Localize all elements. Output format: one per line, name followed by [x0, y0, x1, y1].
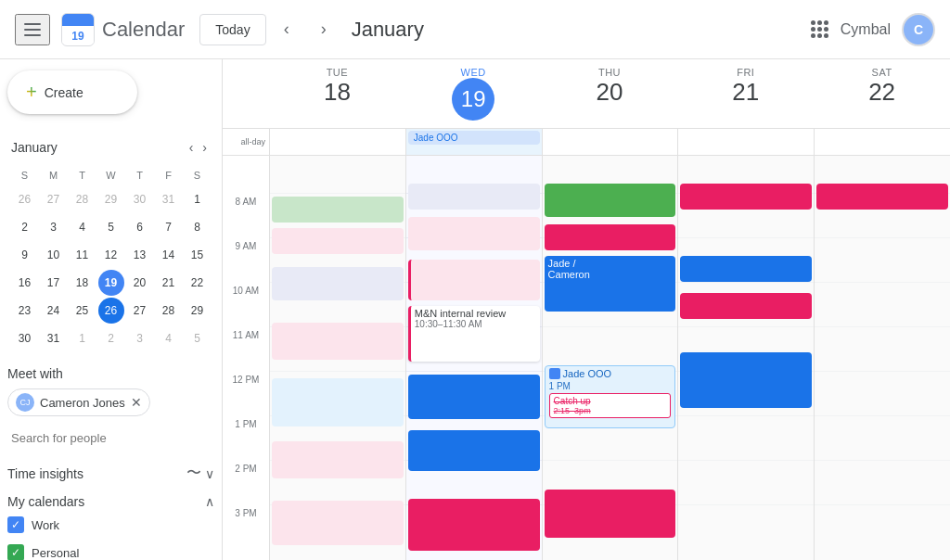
event-wed-1[interactable] [408, 184, 540, 210]
event-thu-jade-ooo[interactable]: Jade OOO 1 PM Catch up 2:15–3pm [545, 365, 676, 428]
mini-cal-day[interactable]: 4 [70, 214, 96, 240]
collapse-icon[interactable]: ∧ [205, 494, 214, 509]
event-wed-5[interactable] [408, 430, 540, 471]
mini-cal-day[interactable]: 1 [70, 325, 96, 351]
mini-cal-grid: S M T W T F S 26 27 28 29 30 31 1 2 3 4 … [11, 166, 211, 351]
mini-cal-day[interactable]: 25 [70, 298, 96, 324]
event-fri-1[interactable] [680, 184, 812, 210]
event-thu-3[interactable] [545, 490, 676, 538]
meet-with-section: Meet with CJ Cameron Jones ✕ [7, 366, 214, 452]
my-calendars-title: My calendars [7, 494, 84, 509]
mini-cal-day[interactable]: 29 [185, 298, 211, 324]
mini-cal-day[interactable]: 2 [98, 325, 124, 351]
mini-cal-day[interactable]: 17 [41, 270, 67, 296]
mini-cal-next-button[interactable]: › [199, 136, 211, 159]
calendar-logo-icon: 19 [61, 13, 95, 46]
mini-cal-day[interactable]: 23 [12, 298, 38, 324]
event-tue-3[interactable] [272, 267, 404, 300]
mini-cal-day[interactable]: 3 [127, 325, 153, 351]
mini-cal-day[interactable]: 30 [127, 186, 153, 212]
menu-button[interactable] [15, 14, 50, 45]
next-arrow-button[interactable]: › [307, 13, 340, 46]
event-wed-6[interactable] [408, 499, 540, 551]
event-fri-2[interactable] [680, 256, 812, 282]
mini-cal-day[interactable]: 11 [70, 242, 96, 268]
event-fri-3[interactable] [680, 293, 812, 319]
mini-cal-day[interactable]: 26 [12, 186, 38, 212]
mini-cal-day[interactable]: 31 [41, 325, 67, 351]
mini-cal-day[interactable]: 9 [12, 242, 38, 268]
mini-cal-day[interactable]: 31 [156, 186, 182, 212]
mini-cal-day[interactable]: 10 [41, 242, 67, 268]
create-button[interactable]: + Create [7, 70, 137, 114]
my-calendars-header: My calendars ∧ [7, 494, 214, 509]
allday-event[interactable]: Jade OOO [408, 131, 540, 145]
day-col-wed: M&N internal review 10:30–11:30 AM Do yo… [405, 156, 542, 560]
event-tue-6[interactable] [272, 441, 404, 478]
event-wed-2[interactable] [408, 217, 540, 250]
event-wed-3[interactable] [408, 260, 540, 300]
main-content: + Create January ‹ › S M T W T F S 26 [0, 59, 950, 560]
allday-cell-tue [269, 129, 405, 155]
mini-cal-day[interactable]: 8 [185, 214, 211, 240]
mini-cal-day[interactable]: 27 [41, 186, 67, 212]
event-wed-mni[interactable]: M&N internal review 10:30–11:30 AM [408, 306, 540, 362]
mini-cal-prev-button[interactable]: ‹ [186, 136, 198, 159]
mini-cal-day[interactable]: 7 [156, 214, 182, 240]
mini-cal-day[interactable]: 4 [156, 325, 182, 351]
mini-cal-day[interactable]: 5 [185, 325, 211, 351]
prev-arrow-button[interactable]: ‹ [270, 13, 303, 46]
calendar-item-work[interactable]: ✓ Work [7, 513, 214, 537]
search-people-input[interactable] [7, 424, 214, 452]
mini-cal-day[interactable]: 29 [98, 186, 124, 212]
mini-cal-selected-day[interactable]: 26 [98, 298, 124, 324]
month-title: January [352, 18, 424, 42]
today-button[interactable]: Today [199, 14, 265, 45]
mini-cal-day[interactable]: 24 [41, 298, 67, 324]
mini-cal-day[interactable]: 6 [127, 214, 153, 240]
calendar-item-personal[interactable]: ✓ Personal [7, 541, 214, 560]
day-header-thu: THU 20 [542, 59, 678, 128]
mini-cal-day[interactable]: 12 [98, 242, 124, 268]
chevron-down-icon[interactable]: ∨ [205, 466, 214, 481]
mini-cal-day[interactable]: 21 [156, 270, 182, 296]
personal-checkbox[interactable]: ✓ [7, 544, 24, 560]
mini-cal-today[interactable]: 19 [98, 270, 124, 296]
mini-cal-day[interactable]: 16 [12, 270, 38, 296]
mini-cal-day[interactable]: 20 [127, 270, 153, 296]
calendar-grid: TUE 18 WED 19 THU 20 FRI 21 SAT 22 all-d… [223, 59, 950, 560]
event-tue-7[interactable] [272, 501, 404, 545]
chip-close-icon[interactable]: ✕ [131, 395, 142, 410]
mini-cal-day[interactable]: 13 [127, 242, 153, 268]
event-tue-5[interactable] [272, 378, 404, 426]
allday-cell-wed: Jade OOO [405, 129, 542, 155]
meet-with-title: Meet with [7, 366, 214, 381]
event-tue-1[interactable] [272, 197, 404, 223]
event-thu-1[interactable] [545, 184, 676, 217]
time-gutter-header [223, 59, 269, 128]
mini-cal-day[interactable]: 3 [41, 214, 67, 240]
event-tue-2[interactable] [272, 228, 404, 254]
event-thu-jade-cameron[interactable]: Jade /Cameron [545, 256, 676, 312]
work-checkbox[interactable]: ✓ [7, 516, 24, 533]
mini-cal-day[interactable]: 30 [12, 325, 38, 351]
mini-cal-day[interactable]: 18 [70, 270, 96, 296]
mini-cal-day[interactable]: 2 [12, 214, 38, 240]
mini-cal-day[interactable]: 1 [185, 186, 211, 212]
mini-cal-day[interactable]: 15 [185, 242, 211, 268]
mini-cal-day[interactable]: 28 [70, 186, 96, 212]
mini-cal-day[interactable]: 28 [156, 298, 182, 324]
event-thu-2[interactable] [545, 224, 676, 250]
mini-cal-day[interactable]: 5 [98, 214, 124, 240]
user-avatar[interactable]: C [902, 13, 935, 46]
allday-row: all-day Jade OOO [223, 129, 950, 156]
mini-cal-day[interactable]: 22 [185, 270, 211, 296]
mini-cal-day[interactable]: 14 [156, 242, 182, 268]
apps-icon[interactable] [811, 20, 829, 39]
mini-cal-day[interactable]: 27 [127, 298, 153, 324]
time-gutter: 8 AM 9 AM 10 AM 11 AM 12 PM 1 PM 2 PM 3 … [223, 156, 269, 560]
event-wed-4[interactable] [408, 375, 540, 419]
event-sat-1[interactable] [816, 184, 948, 210]
event-tue-4[interactable] [272, 323, 404, 360]
event-fri-4[interactable] [680, 352, 812, 408]
